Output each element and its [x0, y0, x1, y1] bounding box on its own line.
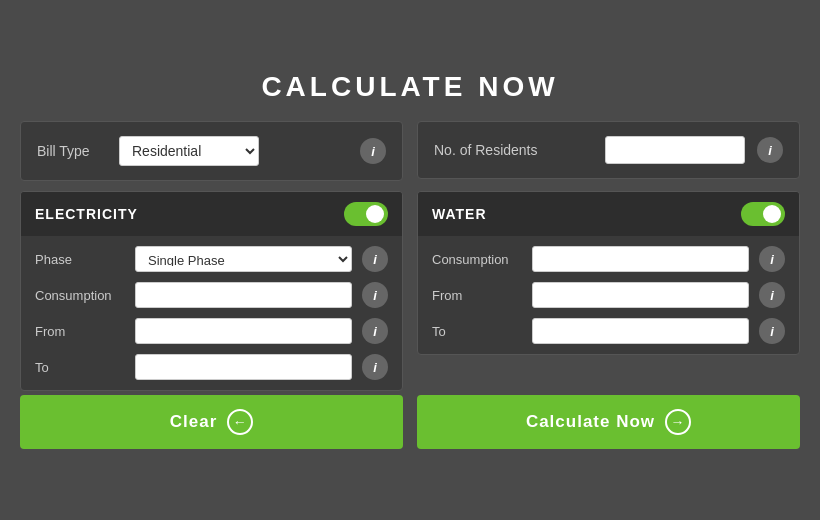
residents-info-button[interactable]: i — [757, 137, 783, 163]
bill-type-info-button[interactable]: i — [360, 138, 386, 164]
water-consumption-label: Consumption — [432, 252, 522, 267]
water-to-input[interactable] — [532, 318, 749, 344]
water-to-info-button[interactable]: i — [759, 318, 785, 344]
clear-label: Clear — [170, 412, 218, 432]
electricity-title: ELECTRICITY — [35, 206, 138, 222]
elec-consumption-info-button[interactable]: i — [362, 282, 388, 308]
electricity-toggle[interactable] — [344, 202, 388, 226]
bill-type-select[interactable]: Residential Commercial Industrial — [119, 136, 259, 166]
calculate-label: Calculate Now — [526, 412, 655, 432]
clear-icon: ← — [227, 409, 253, 435]
water-from-info-button[interactable]: i — [759, 282, 785, 308]
elec-to-label: To — [35, 360, 125, 375]
water-toggle[interactable] — [741, 202, 785, 226]
elec-consumption-input[interactable] — [135, 282, 352, 308]
water-to-label: To — [432, 324, 522, 339]
bill-type-label: Bill Type — [37, 143, 107, 159]
calculate-icon: → — [665, 409, 691, 435]
water-title: WATER — [432, 206, 487, 222]
elec-to-input[interactable] — [135, 354, 352, 380]
calculate-button[interactable]: Calculate Now → — [417, 395, 800, 449]
elec-from-label: From — [35, 324, 125, 339]
elec-consumption-label: Consumption — [35, 288, 125, 303]
water-from-input[interactable] — [532, 282, 749, 308]
water-from-label: From — [432, 288, 522, 303]
residents-label: No. of Residents — [434, 142, 593, 158]
elec-to-info-button[interactable]: i — [362, 354, 388, 380]
elec-from-info-button[interactable]: i — [362, 318, 388, 344]
water-consumption-input[interactable] — [532, 246, 749, 272]
phase-select[interactable]: Single Phase Three Phase — [135, 246, 352, 272]
clear-button[interactable]: Clear ← — [20, 395, 403, 449]
phase-info-button[interactable]: i — [362, 246, 388, 272]
elec-from-input[interactable] — [135, 318, 352, 344]
water-consumption-info-button[interactable]: i — [759, 246, 785, 272]
page-title: CALCULATE NOW — [261, 71, 558, 103]
residents-input[interactable] — [605, 136, 745, 164]
phase-label: Phase — [35, 252, 125, 267]
